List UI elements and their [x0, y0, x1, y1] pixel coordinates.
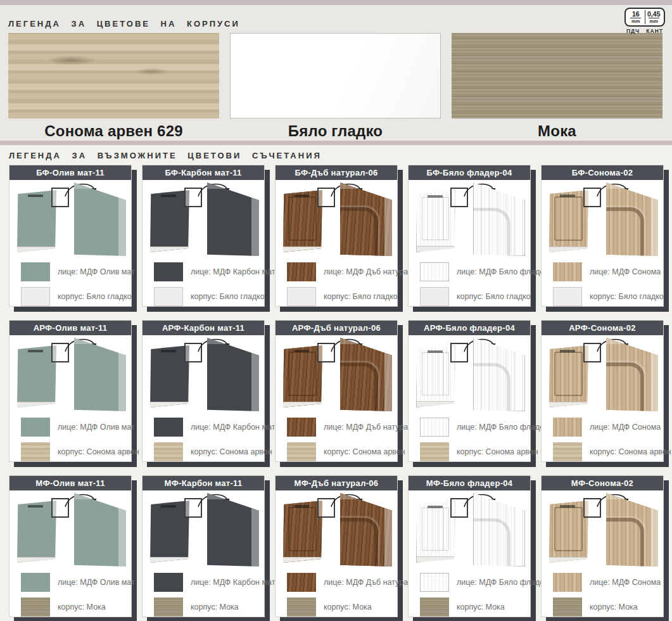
card-header: МФ-Дъб натурал-06 — [276, 476, 397, 490]
door-preview — [143, 490, 264, 569]
face-legend-row: лице: МДФ Карбон мат — [154, 573, 264, 592]
card-header: АРФ-Карбон мат-11 — [143, 321, 264, 335]
card-header: МФ-Сонома-02 — [542, 476, 663, 490]
door-handle-icon — [28, 195, 43, 197]
body-label: корпус: — [457, 603, 483, 611]
card-header: БФ-Олив мат-11 — [10, 165, 131, 180]
sonoma-arven-swatch-image — [8, 33, 219, 118]
door-handle-icon — [28, 505, 43, 508]
body-material-name: Бяло гладко — [486, 292, 531, 301]
face-material-name: МДФ Карбон мат — [213, 578, 275, 587]
door-preview — [409, 335, 530, 414]
body-color-chip — [553, 287, 582, 306]
body-legend-text: корпус: Бяло гладко — [58, 292, 132, 301]
face-label: лице: — [191, 578, 211, 587]
body-material-name: Мока — [87, 603, 106, 611]
top-accent-strip — [0, 0, 672, 5]
face-label: лице: — [590, 423, 610, 432]
body-legend-text: корпус: Бяло гладко — [191, 292, 265, 301]
combination-card: МФ-Бяло фладер-04 — [408, 475, 531, 617]
door-front-view — [283, 345, 322, 407]
card-body: лице: МДФ Бяло фладер корпус: Мока — [409, 490, 530, 617]
face-label: лице: — [58, 423, 78, 432]
combination-card: АРФ-Бяло фладер-04 — [408, 320, 531, 462]
face-color-chip — [21, 573, 50, 592]
body-color-chip — [420, 287, 449, 306]
face-color-chip — [420, 573, 449, 592]
body-color-chip — [21, 442, 50, 461]
combination-card: МФ-Карбон мат-11 — [142, 475, 265, 617]
face-color-chip — [287, 573, 316, 592]
body-color-chip — [154, 287, 183, 306]
card-legend: лице: МДФ Карбон мат корпус: Сонома арве… — [154, 418, 264, 461]
door-preview — [276, 180, 397, 259]
combination-card: АРФ-Дъб натурал-06 — [275, 320, 398, 462]
body-color-chip — [420, 442, 449, 461]
card-body: лице: МДФ Олив мат корпус: Бяло гладко — [10, 180, 131, 306]
door-handle-icon — [428, 195, 443, 198]
card-title: МФ-Бяло фладер-04 — [426, 478, 513, 488]
door-corner-detail — [207, 493, 259, 567]
face-legend-row: лице: МДФ Карбон мат — [154, 262, 264, 281]
face-legend-text: лице: МДФ Олив мат — [58, 423, 135, 432]
card-legend: лице: МДФ Дъб натурал корпус: Бяло гладк… — [287, 262, 397, 306]
body-label: корпус: — [590, 603, 616, 611]
body-legend-row: корпус: Бяло гладко — [420, 287, 530, 306]
door-front-view — [17, 501, 56, 563]
card-title: БФ-Бяло фладер-04 — [426, 168, 512, 177]
body-color-chip — [553, 442, 582, 461]
face-label: лице: — [590, 267, 610, 276]
body-material-name: Бяло гладко — [619, 292, 664, 301]
door-preview — [10, 180, 131, 259]
card-title: МФ-Карбон мат-11 — [165, 478, 243, 488]
face-material-name: МДФ Дъб натурал — [346, 578, 412, 587]
door-corner-detail — [207, 182, 259, 256]
door-corner-detail — [606, 493, 658, 567]
card-header: АРФ-Бяло фладер-04 — [409, 321, 530, 335]
door-corner-detail — [340, 338, 392, 411]
face-color-chip — [553, 573, 582, 592]
door-edge-chamfer — [74, 493, 126, 567]
body-label: корпус: — [457, 447, 483, 456]
combination-card: БФ-Дъб натурал-06 — [275, 165, 398, 307]
edge-thickness-unit: mm — [649, 18, 659, 24]
door-plinth — [150, 402, 189, 407]
body-legend-text: корпус: Сонома арвен 629 — [324, 447, 421, 456]
body-legend-row: корпус: Мока — [287, 598, 397, 617]
body-label: корпус: — [324, 447, 350, 456]
body-legend-text: корпус: Бяло гладко — [324, 292, 398, 301]
corpus-swatch-row: Сонома арвен 629 Бяло гладко Мока — [8, 33, 664, 140]
face-legend-row: лице: МДФ Бяло фладер — [420, 573, 530, 592]
card-title: БФ-Карбон мат-11 — [165, 168, 241, 177]
face-label: лице: — [457, 578, 477, 587]
face-material-name: МДФ Олив мат — [80, 578, 135, 587]
door-handle-icon — [560, 505, 575, 508]
face-legend-text: лице: МДФ Бяло фладер — [457, 578, 548, 587]
body-legend-row: корпус: Сонома арвен 629 — [154, 442, 264, 461]
body-legend-row: корпус: Мока — [553, 598, 663, 617]
door-corner-detail — [606, 182, 658, 256]
badge-divider — [645, 10, 645, 24]
body-legend-text: корпус: Мока — [191, 603, 239, 611]
door-plinth — [417, 246, 455, 252]
corpus-swatch-sonoma-arven: Сонома арвен 629 — [8, 33, 219, 140]
door-handle-icon — [560, 195, 575, 197]
door-front-view — [283, 501, 322, 563]
face-color-chip — [420, 418, 449, 437]
face-material-name: МДФ Олив мат — [80, 423, 135, 432]
face-label: лице: — [324, 578, 344, 587]
card-body: лице: МДФ Дъб натурал корпус: Мока — [276, 490, 397, 617]
edge-label: КАНТ — [646, 28, 663, 34]
face-label: лице: — [58, 267, 78, 276]
card-title: АРФ-Сонома-02 — [569, 323, 636, 333]
face-legend-text: лице: МДФ Карбон мат — [191, 423, 275, 432]
door-edge-chamfer — [207, 182, 259, 256]
face-legend-row: лице: МДФ Сонома — [553, 418, 663, 437]
face-material-name: МДФ Олив мат — [80, 267, 135, 276]
board-thickness-value: 16 — [632, 11, 640, 18]
door-plinth — [17, 557, 56, 563]
face-material-name: МДФ Карбон мат — [213, 267, 275, 276]
door-handle-icon — [560, 350, 575, 352]
thickness-badge: 16 mm 0,45 mm — [624, 8, 665, 27]
face-legend-text: лице: МДФ Дъб натурал — [324, 578, 412, 587]
